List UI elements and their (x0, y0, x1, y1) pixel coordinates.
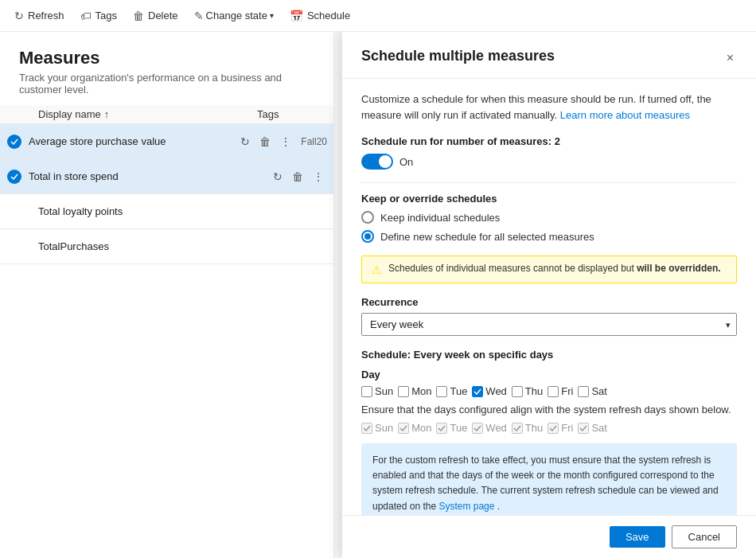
day-sun: Sun (361, 385, 393, 397)
change-state-caret-icon: ▾ (270, 11, 274, 20)
day-wed: Wed (472, 385, 507, 397)
day-wed-label: Wed (485, 385, 507, 397)
tags-button[interactable]: 🏷 Tags (72, 6, 125, 25)
schedule-dialog: Schedule multiple measures × Customize a… (342, 32, 756, 558)
change-state-button[interactable]: ✎ Change state ▾ (186, 6, 282, 25)
sys-day-sat-label: Sat (591, 422, 607, 434)
sys-day-tue: Tue (436, 422, 467, 434)
day-thu: Thu (512, 385, 543, 397)
day-mon: Mon (398, 385, 431, 397)
sys-checkmark-thu-icon (513, 424, 521, 432)
save-button[interactable]: Save (610, 526, 665, 548)
sys-day-thu-checkbox (512, 423, 523, 434)
day-sat-label: Sat (591, 385, 607, 397)
delete-label: Delete (148, 10, 178, 21)
sys-day-fri-checkbox (548, 423, 559, 434)
schedule-subtitle: Schedule: Every week on specific days (361, 349, 737, 361)
sys-day-thu: Thu (512, 422, 543, 434)
section-divider (361, 182, 737, 183)
sys-day-wed: Wed (472, 422, 507, 434)
radio-keep[interactable]: Keep individual schedules (361, 211, 737, 224)
dialog-title: Schedule multiple measures (361, 48, 555, 64)
sys-day-sun-label: Sun (375, 422, 393, 434)
refresh-button[interactable]: ↻ Refresh (6, 6, 72, 25)
dialog-description: Customize a schedule for when this measu… (361, 92, 737, 123)
sys-day-mon-checkbox (398, 423, 409, 434)
change-state-label: Change state (206, 10, 267, 21)
day-sat-checkbox[interactable] (578, 386, 589, 397)
day-tue-label: Tue (450, 385, 467, 397)
radio-define[interactable]: Define new schedule for all selected mea… (361, 230, 737, 243)
sys-day-fri-label: Fri (561, 422, 573, 434)
sys-day-tue-label: Tue (450, 422, 467, 434)
radio-define-inner (364, 233, 371, 240)
warning-text: Schedules of individual measures cannot … (388, 263, 721, 274)
sys-day-sun: Sun (361, 422, 393, 434)
sys-day-thu-label: Thu (525, 422, 543, 434)
day-sun-label: Sun (375, 385, 393, 397)
learn-more-link[interactable]: Learn more about measures (560, 109, 690, 121)
recurrence-select-wrapper: Every week Every day Every month ▾ (361, 313, 737, 336)
delete-button[interactable]: 🗑 Delete (125, 6, 186, 25)
day-wed-checkbox[interactable] (472, 386, 483, 397)
main-area: Measures Track your organization's perfo… (0, 32, 756, 558)
radio-keep-indicator (361, 211, 374, 224)
day-sat: Sat (578, 385, 607, 397)
info-text-1: For the custom refresh to take effect, y… (372, 455, 719, 512)
sys-day-sat: Sat (578, 422, 607, 434)
refresh-label: Refresh (28, 10, 64, 21)
day-fri-checkbox[interactable] (548, 386, 559, 397)
recurrence-label: Recurrence (361, 296, 737, 308)
close-button[interactable]: × (723, 48, 737, 68)
day-wed-checkmark-icon (473, 388, 481, 396)
schedule-icon: 📅 (290, 10, 303, 22)
sys-day-sun-checkbox (361, 423, 372, 434)
dialog-body: Customize a schedule for when this measu… (342, 79, 756, 515)
sys-day-sat-checkbox (578, 423, 589, 434)
dialog-footer: Save Cancel (342, 515, 756, 558)
sys-checkmark-tue-icon (438, 424, 446, 432)
sys-day-fri: Fri (548, 422, 573, 434)
day-row: Sun Mon Tue (361, 385, 737, 397)
toolbar: ↻ Refresh 🏷 Tags 🗑 Delete ✎ Change state… (0, 0, 756, 32)
radio-group: Keep individual schedules Define new sch… (361, 211, 737, 243)
system-page-link[interactable]: System page (438, 501, 494, 512)
sys-day-wed-checkbox (472, 423, 483, 434)
ensure-label: Ensure that the days configured align wi… (361, 404, 737, 416)
change-state-icon: ✎ (194, 10, 204, 22)
day-fri-label: Fri (561, 385, 573, 397)
day-mon-label: Mon (411, 385, 431, 397)
day-thu-label: Thu (525, 385, 543, 397)
sys-day-mon-label: Mon (411, 422, 431, 434)
radio-define-label: Define new schedule for all selected mea… (380, 231, 594, 243)
schedule-toggle[interactable] (361, 154, 393, 170)
refresh-icon: ↻ (14, 10, 24, 22)
sys-checkmark-sun-icon (363, 424, 371, 432)
day-tue: Tue (436, 385, 467, 397)
sys-checkmark-fri-icon (549, 424, 557, 432)
toggle-thumb (379, 155, 392, 168)
day-label: Day (361, 369, 737, 380)
schedule-label: Schedule (307, 10, 350, 21)
schedule-run-label: Schedule run for number of measures: 2 (361, 135, 737, 147)
sys-checkmark-mon-icon (399, 424, 407, 432)
day-sun-checkbox[interactable] (361, 386, 372, 397)
tags-icon: 🏷 (80, 10, 92, 22)
cancel-button[interactable]: Cancel (672, 525, 737, 548)
sys-checkmark-sat-icon (579, 424, 587, 432)
dialog-header: Schedule multiple measures × (342, 32, 756, 79)
system-day-row: Sun Mon Tue (361, 422, 737, 434)
sys-day-mon: Mon (398, 422, 431, 434)
delete-icon: 🗑 (133, 10, 144, 22)
schedule-button[interactable]: 📅 Schedule (282, 6, 358, 25)
day-fri: Fri (548, 385, 573, 397)
toggle-row: On (361, 154, 737, 170)
day-thu-checkbox[interactable] (512, 386, 523, 397)
recurrence-select[interactable]: Every week Every day Every month (361, 313, 737, 336)
day-tue-checkbox[interactable] (436, 386, 447, 397)
radio-define-indicator (361, 230, 374, 243)
sys-day-tue-checkbox (436, 423, 447, 434)
day-mon-checkbox[interactable] (398, 386, 409, 397)
dialog-overlay: Schedule multiple measures × Customize a… (0, 32, 756, 558)
sys-checkmark-wed-icon (473, 424, 481, 432)
